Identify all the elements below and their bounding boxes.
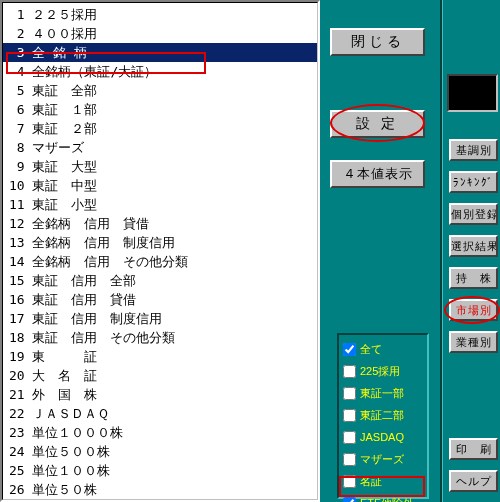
preview-box (447, 74, 498, 112)
chk-label: 全て (360, 342, 382, 357)
chk-label: 東証二部 (360, 408, 404, 423)
side-btn-kobetsu[interactable]: 個別登録 (449, 203, 498, 225)
chk-jasdaq[interactable] (343, 431, 356, 444)
list-row[interactable]: 15 東証 信用 全部 (3, 271, 317, 290)
list-row[interactable]: 3 全 銘 柄 (3, 43, 317, 62)
chk-label: マザーズ (360, 452, 404, 467)
chk-all[interactable] (343, 343, 356, 356)
chk-t2[interactable] (343, 409, 356, 422)
chk-label: 名証 (360, 474, 382, 489)
list-row[interactable]: 23 単位１０００株 (3, 423, 317, 442)
list-row[interactable]: 6 東証 １部 (3, 100, 317, 119)
list-row[interactable]: 7 東証 ２部 (3, 119, 317, 138)
list-row[interactable]: 25 単位１００株 (3, 461, 317, 480)
list-row[interactable]: 1 ２２５採用 (3, 5, 317, 24)
chk-row-etf[interactable]: ETF他除外 (343, 493, 423, 502)
four-values-button[interactable]: ４本値表示 (330, 160, 425, 188)
chk-etf[interactable] (343, 497, 356, 503)
chk-label: 225採用 (360, 364, 400, 379)
filter-panel: 全て 225採用 東証一部 東証二部 JASDAQ マザーズ 名証 ETF他除外 (337, 333, 429, 499)
list-row[interactable]: 12 全銘柄 信用 貸借 (3, 214, 317, 233)
vertical-separator (440, 0, 443, 502)
chk-225[interactable] (343, 365, 356, 378)
list-row[interactable]: 16 東証 信用 貸借 (3, 290, 317, 309)
list-row[interactable]: 2 ４００採用 (3, 24, 317, 43)
list-row[interactable]: 13 全銘柄 信用 制度信用 (3, 233, 317, 252)
chk-row-t1[interactable]: 東証一部 (343, 383, 423, 403)
side-btn-kichou[interactable]: 基調別 (449, 139, 498, 161)
chk-t1[interactable] (343, 387, 356, 400)
side-btn-shijou[interactable]: 市場別 (449, 299, 498, 321)
list-row[interactable]: 8 マザーズ (3, 138, 317, 157)
list-row[interactable]: 10 東証 中型 (3, 176, 317, 195)
list-row[interactable]: 9 東証 大型 (3, 157, 317, 176)
chk-label: 東証一部 (360, 386, 404, 401)
list-row[interactable]: 4 全銘柄（東証/大証） (3, 62, 317, 81)
list-row[interactable]: 19 東 証 (3, 347, 317, 366)
list-row[interactable]: 5 東証 全部 (3, 81, 317, 100)
chk-row-all[interactable]: 全て (343, 339, 423, 359)
chk-row-mothers[interactable]: マザーズ (343, 449, 423, 469)
chk-mothers[interactable] (343, 453, 356, 466)
list-row[interactable]: 14 全銘柄 信用 その他分類 (3, 252, 317, 271)
list-row[interactable]: 21 外 国 株 (3, 385, 317, 404)
side-btn-gyoushu[interactable]: 業種別 (449, 331, 498, 353)
side-btn-help[interactable]: ヘルプ (449, 470, 498, 492)
list-row[interactable]: 11 東証 小型 (3, 195, 317, 214)
chk-row-t2[interactable]: 東証二部 (343, 405, 423, 425)
list-row[interactable]: 22 ＪＡＳＤＡＱ (3, 404, 317, 423)
chk-label: ETF他除外 (360, 496, 414, 503)
stock-list-panel: 1 ２２５採用 2 ４００採用 3 全 銘 柄 4 全銘柄（東証/大証） 5 東… (0, 0, 320, 502)
side-btn-print[interactable]: 印 刷 (449, 438, 498, 460)
list-row[interactable]: 17 東証 信用 制度信用 (3, 309, 317, 328)
chk-meisho[interactable] (343, 475, 356, 488)
set-button[interactable]: 設 定 (330, 110, 425, 138)
side-btn-sentaku[interactable]: 選択結果 (449, 235, 498, 257)
list-row[interactable]: 26 単位５０株 (3, 480, 317, 499)
side-btn-ranking[interactable]: ﾗﾝｷﾝｸﾞ (449, 171, 498, 193)
list-row[interactable]: 20 大 名 証 (3, 366, 317, 385)
close-button[interactable]: 閉じる (330, 28, 425, 56)
list-row[interactable]: 24 単位５００株 (3, 442, 317, 461)
list-row[interactable]: 18 東証 信用 その他分類 (3, 328, 317, 347)
chk-row-meisho[interactable]: 名証 (343, 471, 423, 491)
chk-label: JASDAQ (360, 431, 404, 443)
side-btn-mochikabu[interactable]: 持 株 (449, 267, 498, 289)
chk-row-225[interactable]: 225採用 (343, 361, 423, 381)
chk-row-jasdaq[interactable]: JASDAQ (343, 427, 423, 447)
